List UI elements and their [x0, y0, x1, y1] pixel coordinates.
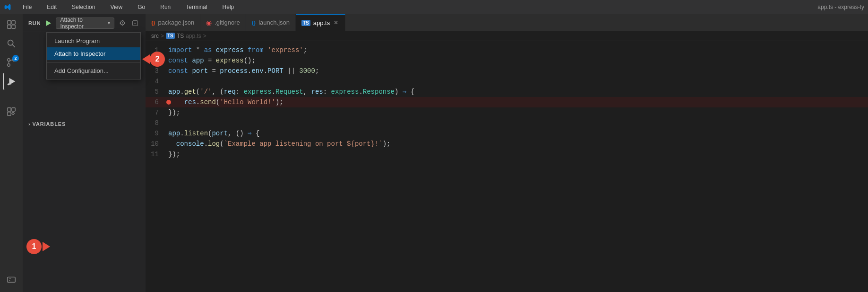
svg-point-6 — [8, 64, 10, 67]
variables-chevron-icon: › — [28, 121, 31, 127]
menu-view[interactable]: View — [106, 3, 126, 11]
svg-rect-0 — [8, 21, 11, 24]
activity-remote[interactable] — [3, 271, 20, 288]
tab-package-json[interactable]: {} package.json — [146, 14, 200, 31]
callout-1-container: 1 — [23, 239, 50, 254]
code-line-10: 10 console.log(`Example app listening on… — [146, 139, 868, 149]
breadcrumb-appTs[interactable]: TS — [177, 33, 184, 39]
activity-source-control[interactable]: 2 — [3, 54, 20, 71]
code-editor[interactable]: 1 import * as express from 'express'; 2 … — [146, 41, 868, 292]
callout-2-badge: 2 — [150, 52, 165, 67]
svg-line-5 — [12, 44, 15, 47]
title-bar: File Edit Selection View Go Run Terminal… — [0, 0, 868, 14]
run-gear-icon[interactable]: ⚙ — [118, 18, 127, 28]
run-header: RUN Attach to Inspector ▾ ⚙ — [23, 14, 146, 32]
svg-point-8 — [8, 59, 10, 62]
dropdown-menu: Launch Program Attach to Inspector 2 Add… — [46, 32, 141, 80]
tab-app-ts-icon: TS — [301, 20, 310, 26]
tab-app-ts-label: app.ts — [313, 19, 330, 27]
callout-2-arrow — [142, 54, 150, 64]
dropdown-item-launch[interactable]: Launch Program — [47, 35, 140, 47]
breadcrumb: src > TS TS app.ts > — [146, 31, 868, 41]
callout-1-badge: 1 — [26, 239, 42, 254]
code-line-11: 11 }); — [146, 149, 868, 159]
tab-gitignore-label: .gitignore — [215, 19, 240, 26]
tab-launch-json[interactable]: {} launch.json — [246, 14, 296, 31]
svg-rect-1 — [12, 21, 15, 24]
svg-marker-19 — [46, 20, 52, 26]
tab-gitignore-icon: ◉ — [206, 19, 212, 27]
tab-package-json-icon: {} — [151, 20, 155, 26]
code-line-2: 2 const app = express(); — [146, 55, 868, 66]
sidebar: RUN Attach to Inspector ▾ ⚙ Launch Progr… — [23, 14, 146, 292]
callout-1-arrow — [43, 242, 50, 251]
activity-explorer[interactable] — [3, 16, 20, 33]
svg-point-12 — [8, 84, 9, 86]
dropdown-divider — [47, 62, 140, 62]
svg-rect-3 — [12, 25, 15, 28]
window-title: app.ts - express-ty — [817, 4, 864, 10]
svg-rect-15 — [8, 112, 11, 115]
callout-2-container: 2 — [142, 52, 165, 67]
run-config-dropdown[interactable]: Attach to Inspector ▾ — [56, 18, 114, 29]
code-line-4: 4 — [146, 76, 868, 87]
menu-terminal[interactable]: Terminal — [182, 3, 211, 11]
source-control-badge: 2 — [12, 55, 19, 62]
activity-bar: 2 — [0, 14, 23, 292]
tab-gitignore[interactable]: ◉ .gitignore — [200, 14, 246, 31]
tab-app-ts[interactable]: TS app.ts ✕ — [296, 14, 345, 31]
variables-header[interactable]: › VARIABLES — [28, 121, 140, 127]
dropdown-item-add-config[interactable]: Add Configuration... — [47, 64, 140, 77]
breadcrumb-src[interactable]: src — [151, 33, 159, 39]
menu-selection[interactable]: Selection — [68, 3, 99, 11]
variables-section: › VARIABLES — [23, 117, 146, 131]
tab-launch-json-icon: {} — [252, 20, 256, 26]
code-line-3: 3 const port = process.env.PORT || 3000; — [146, 66, 868, 76]
code-line-1: 1 import * as express from 'express'; — [146, 45, 868, 55]
vscode-logo-icon — [4, 3, 11, 11]
menu-help[interactable]: Help — [219, 3, 238, 11]
tab-bar: {} package.json ◉ .gitignore {} launch.j… — [146, 14, 868, 31]
svg-rect-14 — [12, 108, 15, 111]
tab-app-ts-close[interactable]: ✕ — [333, 18, 339, 27]
activity-run[interactable] — [3, 73, 20, 90]
breadcrumb-ts-icon: TS — [166, 33, 175, 39]
code-line-6: 6 res.send('Hello World!'); — [146, 97, 868, 107]
menu-file[interactable]: File — [19, 3, 35, 11]
svg-rect-13 — [8, 108, 11, 111]
svg-rect-16 — [8, 277, 16, 283]
code-line-7: 7 }); — [146, 107, 868, 118]
menu-run[interactable]: Run — [156, 3, 174, 11]
dropdown-item-attach[interactable]: Attach to Inspector — [47, 47, 140, 60]
editor-area: {} package.json ◉ .gitignore {} launch.j… — [146, 14, 868, 292]
tab-launch-json-label: launch.json — [258, 19, 290, 26]
run-debug-icon[interactable] — [130, 18, 140, 28]
code-line-5: 5 app.get('/', (req: express.Request, re… — [146, 87, 868, 97]
menu-edit[interactable]: Edit — [43, 3, 60, 11]
dropdown-chevron-icon: ▾ — [108, 20, 110, 26]
activity-extensions[interactable] — [3, 103, 20, 120]
svg-rect-2 — [8, 25, 11, 28]
run-label: RUN — [28, 20, 41, 26]
code-line-8: 8 — [146, 118, 868, 128]
run-play-button[interactable] — [44, 19, 52, 27]
code-line-9: 9 app.listen(port, () ⇒ { — [146, 128, 868, 139]
dropdown-label: Attach to Inspector — [60, 17, 106, 30]
tab-package-json-label: package.json — [158, 19, 195, 26]
menu-go[interactable]: Go — [134, 3, 149, 11]
breakpoint-indicator — [166, 100, 171, 105]
variables-label: VARIABLES — [33, 121, 66, 127]
activity-search[interactable] — [3, 35, 20, 52]
main-layout: 2 — [0, 14, 868, 292]
